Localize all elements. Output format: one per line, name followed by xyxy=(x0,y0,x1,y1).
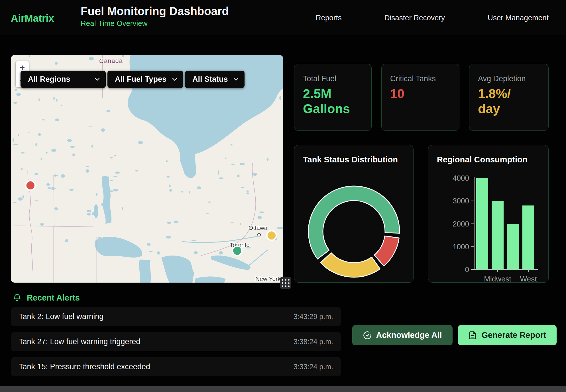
x-axis-tick-label: Midwest xyxy=(484,275,511,283)
filter-label: All Fuel Types xyxy=(115,75,166,84)
map-filters: All RegionsAll Fuel TypesAll Status xyxy=(21,71,245,88)
donut-segment-warning xyxy=(321,253,380,277)
stat-card-critical-tanks: Critical Tanks10 xyxy=(381,64,459,131)
alert-timestamp: 3:38:24 p.m. xyxy=(294,338,333,346)
bell-icon xyxy=(13,293,22,303)
y-axis-tick-label: 4000 xyxy=(453,174,469,182)
tank-status-card: Tank Status Distribution xyxy=(294,145,414,283)
chevron-down-icon xyxy=(172,78,177,81)
alert-row[interactable]: Tank 27: Low fuel warning triggered3:38:… xyxy=(11,332,341,351)
y-axis-tick-label: 0 xyxy=(465,265,469,274)
filter-label: All Regions xyxy=(28,75,70,84)
stat-card-total-fuel: Total Fuel2.5M Gallons xyxy=(294,64,372,131)
generate-report-button[interactable]: Generate Report xyxy=(458,325,557,345)
bar-region-1 xyxy=(476,178,488,270)
x-axis-tick-label: West xyxy=(520,275,537,283)
acknowledge-all-label: Acknowledge All xyxy=(376,330,442,340)
bar-midwest xyxy=(492,201,504,270)
bar-region-3 xyxy=(507,224,519,270)
y-axis-tick-label: 2000 xyxy=(453,220,469,228)
stat-label: Total Fuel xyxy=(303,74,371,83)
nav-item-disaster-recovery[interactable]: Disaster Recovery xyxy=(384,13,445,22)
regional-consumption-bar-chart: 01000200030004000MidwestWest xyxy=(428,145,549,283)
main-nav: ReportsDisaster RecoveryUser Management xyxy=(316,0,549,35)
bar-west xyxy=(522,205,534,270)
alert-row[interactable]: Tank 15: Pressure threshold exceeded3:33… xyxy=(11,357,341,376)
stat-value: 10 xyxy=(390,86,453,101)
map-panel[interactable]: Canada Ottawa Toronto New York + − All R… xyxy=(11,55,283,283)
regional-consumption-card: Regional Consumption 01000200030004000Mi… xyxy=(428,145,549,283)
report-file-icon xyxy=(468,331,477,340)
donut-segment-critical xyxy=(374,236,399,266)
app-header: AirMatrix Fuel Monitoring Dashboard Real… xyxy=(0,0,566,35)
map-label-newyork: New York xyxy=(255,275,281,282)
nav-item-user-management[interactable]: User Management xyxy=(488,13,549,22)
tank-marker-critical[interactable] xyxy=(26,181,35,190)
generate-report-label: Generate Report xyxy=(481,330,546,340)
filter-dropdown-all-regions[interactable]: All Regions xyxy=(21,71,106,88)
tank-status-donut-chart xyxy=(294,145,414,283)
nav-item-reports[interactable]: Reports xyxy=(316,13,342,22)
brand-logo[interactable]: AirMatrix xyxy=(11,13,54,24)
y-axis-tick-label: 1000 xyxy=(453,242,469,251)
alert-timestamp: 3:33:24 p.m. xyxy=(294,363,333,371)
filter-dropdown-all-status[interactable]: All Status xyxy=(185,71,245,88)
chevron-down-icon xyxy=(95,78,99,81)
tank-marker-normal[interactable] xyxy=(233,246,242,256)
y-axis-tick-label: 3000 xyxy=(453,197,469,205)
filter-dropdown-all-fuel-types[interactable]: All Fuel Types xyxy=(107,71,183,88)
filter-label: All Status xyxy=(192,75,228,84)
map-label-canada: Canada xyxy=(99,57,123,64)
alerts-title: Recent Alerts xyxy=(27,293,80,303)
stat-value: 2.5M Gallons xyxy=(303,86,363,116)
tank-marker-warning[interactable] xyxy=(267,231,276,240)
alert-row[interactable]: Tank 2: Low fuel warning3:43:29 p.m. xyxy=(11,307,341,326)
map-canvas[interactable]: Canada Ottawa Toronto New York xyxy=(11,55,283,283)
check-circle-icon xyxy=(363,331,372,340)
resize-grip-icon[interactable] xyxy=(280,277,291,289)
alert-message: Tank 2: Low fuel warning xyxy=(19,312,103,321)
alert-message: Tank 15: Pressure threshold exceeded xyxy=(19,362,150,371)
page-subtitle: Real-Time Overview xyxy=(81,19,229,28)
stat-card-avg-depletion: Avg Depletion1.8%/day xyxy=(469,64,549,131)
chevron-down-icon xyxy=(234,78,238,81)
horizontal-scrollbar[interactable] xyxy=(0,386,566,392)
acknowledge-all-button[interactable]: Acknowledge All xyxy=(352,325,453,345)
title-block: Fuel Monitoring Dashboard Real-Time Over… xyxy=(81,5,229,28)
alert-message: Tank 27: Low fuel warning triggered xyxy=(19,337,140,346)
town-dot-ottawa xyxy=(258,233,260,236)
map-label-ottawa: Ottawa xyxy=(249,224,268,231)
stat-label: Avg Depletion xyxy=(478,74,548,83)
alert-timestamp: 3:43:29 p.m. xyxy=(294,313,333,321)
page-title: Fuel Monitoring Dashboard xyxy=(81,5,229,18)
stat-value: 1.8%/day xyxy=(478,86,513,116)
alerts-header: Recent Alerts xyxy=(13,293,80,303)
stat-label: Critical Tanks xyxy=(390,74,459,83)
dashboard-root: AirMatrix Fuel Monitoring Dashboard Real… xyxy=(0,0,566,392)
